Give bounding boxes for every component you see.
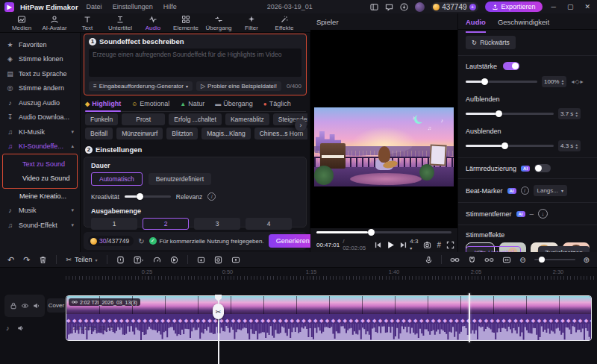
inspector-tab-geschwindigkeit[interactable]: Geschwindigkeit [498, 18, 549, 29]
prompt-input[interactable] [89, 48, 301, 77]
sidebar-subitem-meine-kreationen[interactable]: Meine Kreatio... [0, 189, 80, 204]
menu-einstellungen[interactable]: Einstellungen [110, 3, 155, 10]
audio-track-icon[interactable]: ♪ [6, 324, 10, 332]
fade-out-slider[interactable] [466, 145, 554, 147]
tab-effekte[interactable]: Effekte [269, 15, 300, 31]
sidebar-item-audio-download[interactable]: ↧Audio Downloa... [0, 110, 80, 125]
cover-button[interactable]: Cover [47, 298, 66, 313]
keyframe-controls[interactable]: ◂◇▸ [571, 78, 584, 85]
split-button[interactable]: ✂Teilen▾ [66, 256, 97, 263]
timeline-clip[interactable]: 2:02 T2I_2026_03_13(3) ◆◆◆◆◆◆◆◆◆◆◆◆◆◆◆◆◆… [66, 295, 592, 341]
tag-funkeln[interactable]: Funkeln [85, 113, 118, 125]
audio-mute-icon[interactable] [17, 324, 25, 332]
volume-toggle[interactable] [503, 62, 519, 70]
generate-button[interactable]: Generieren [269, 234, 317, 248]
minimize-button[interactable]: ─ [549, 3, 558, 10]
clip-split-handle[interactable] [469, 293, 470, 342]
reverse-button[interactable]: ↻Rückwärts [466, 36, 516, 49]
track-mute-icon[interactable] [33, 302, 40, 310]
sample-file-button[interactable]: ▷Probier eine Beispieldatei! [196, 81, 281, 91]
playback-progress-slider[interactable] [316, 231, 451, 233]
download-icon[interactable] [400, 3, 408, 11]
next-frame-button[interactable] [400, 242, 407, 248]
undo-icon[interactable]: ↶ [7, 255, 14, 265]
fit-timeline-icon[interactable] [502, 256, 511, 264]
tag-beifall[interactable]: Beifall [85, 128, 113, 139]
play-button[interactable] [387, 241, 395, 249]
refresh-icon[interactable]: ↻ [138, 237, 144, 245]
beat-marker-dropdown[interactable]: Langs...▾ [534, 185, 567, 196]
menu-hilfe[interactable]: Hilfe [161, 3, 179, 10]
fade-in-value-box[interactable]: 3.7 s▲▼ [558, 108, 581, 119]
volume-value-box[interactable]: 100%▲▼ [542, 76, 566, 87]
maximize-button[interactable]: ▢ [565, 3, 576, 10]
mask-icon[interactable] [214, 256, 222, 264]
layout-icon[interactable] [370, 3, 378, 11]
inspector-tab-audio[interactable]: Audio [466, 18, 486, 29]
unlink-icon[interactable] [484, 256, 494, 264]
lock-icon[interactable] [10, 302, 17, 310]
volume-slider[interactable] [466, 81, 537, 83]
user-avatar[interactable] [415, 2, 425, 12]
sidebar-item-ki-soundeffekte[interactable]: ♫KI-Soundeffe...▴ [0, 139, 80, 154]
sidebar-item-sound-effekt[interactable]: ♫Sound-Effekt▾ [0, 218, 80, 233]
tag-blitzton[interactable]: Blitzton [166, 128, 198, 139]
tab-filter[interactable]: Filter [236, 15, 267, 31]
tab-elemente[interactable]: Elemente [170, 15, 201, 31]
playhead-scissors-badge[interactable]: ✂ [213, 304, 224, 319]
tag-prost[interactable]: Prost [122, 113, 165, 125]
fade-in-slider[interactable] [466, 113, 554, 115]
category-tab-uebergang[interactable]: ▬Übergang [215, 100, 253, 109]
sidebar-item-musik[interactable]: ♪Musik▾ [0, 204, 80, 219]
output-option-2[interactable]: 2 [143, 218, 189, 230]
snapshot-icon[interactable] [423, 241, 431, 249]
freeze-frame-icon[interactable] [197, 256, 205, 264]
sidebar-item-stimme-klonen[interactable]: ◈Stimme klonen [0, 52, 80, 67]
add-credits-icon[interactable]: + [469, 4, 476, 10]
link-icon[interactable] [450, 256, 460, 264]
aspect-ratio-select[interactable]: 4:3 ▾ [410, 238, 418, 251]
tag-muenzeinwurf[interactable]: Münzeinwurf [116, 128, 163, 139]
tab-uebergang[interactable]: Übergang [203, 15, 234, 31]
redo-icon[interactable]: ↷ [23, 255, 30, 265]
credits-badge[interactable]: 437749 + [431, 2, 478, 12]
tab-medien[interactable]: Medien [6, 15, 37, 31]
export-button[interactable]: Exportieren [485, 1, 543, 12]
timeline-ruler[interactable]: 0:25 0:50 1:15 1:40 2:05 2:30 [0, 268, 597, 280]
tag-kamerablitz[interactable]: Kamerablitz [225, 113, 269, 125]
category-tab-highlight[interactable]: ◆Highlight [85, 100, 121, 109]
noise-reduction-toggle[interactable] [534, 164, 551, 172]
feedback-icon[interactable] [385, 3, 393, 11]
zoom-in-icon[interactable]: ⊕ [584, 256, 590, 264]
duration-auto-button[interactable]: Automatisch [91, 172, 143, 186]
sidebar-subitem-video-zu-sound[interactable]: Video zu Sound [3, 172, 77, 186]
sidebar-subitem-text-zu-sound[interactable]: Text zu Sound [3, 157, 77, 172]
prompt-generator-button[interactable]: ≡Eingabeaufforderung-Generator▾ [89, 81, 193, 91]
magnet-icon[interactable] [468, 256, 476, 264]
record-screen-icon[interactable] [231, 256, 240, 264]
video-clip-thumbnails[interactable] [66, 296, 591, 314]
fullscreen-icon[interactable] [446, 241, 454, 249]
sidebar-item-ki-musik[interactable]: ♫KI-Musik▾ [0, 125, 80, 139]
download-voice-remover-icon[interactable]: ↓ [538, 209, 548, 219]
output-option-1[interactable]: 1 [91, 218, 137, 230]
output-option-4[interactable]: 4 [246, 218, 292, 230]
tab-ai-avatar[interactable]: AI-Avatar [39, 15, 70, 31]
speed-icon[interactable] [153, 256, 161, 264]
sidebar-item-text-zu-sprache[interactable]: ▤Text zu Sprache [0, 66, 80, 81]
tab-text[interactable]: Text [72, 15, 103, 31]
audio-clip-waveform[interactable] [66, 324, 591, 340]
delete-icon[interactable] [39, 256, 47, 264]
info-icon[interactable]: i [207, 192, 216, 201]
visibility-icon[interactable] [21, 302, 29, 310]
zoom-out-icon[interactable]: ⊖ [519, 256, 525, 264]
prev-frame-button[interactable] [375, 242, 381, 248]
close-button[interactable]: ✕ [582, 3, 593, 10]
info-icon[interactable]: i [521, 186, 529, 195]
sidebar-item-favoriten[interactable]: ★Favoriten [0, 37, 80, 52]
sidebar-item-stimme-aendern[interactable]: ◎Stimme ändern [0, 81, 80, 96]
timeline-zoom-slider[interactable] [534, 259, 575, 261]
menu-datei[interactable]: Datei [84, 3, 104, 10]
duration-custom-button[interactable]: Benutzerdefiniert [149, 173, 211, 185]
creativity-slider[interactable] [125, 195, 171, 198]
